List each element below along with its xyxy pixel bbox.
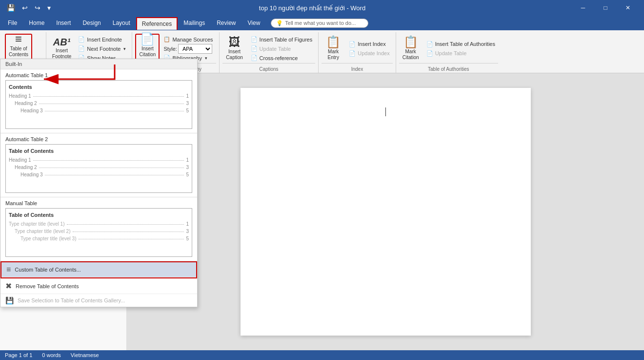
text-cursor: [385, 107, 386, 116]
menu-insert[interactable]: Insert: [50, 17, 77, 29]
insert-index-icon: 📄: [349, 41, 356, 47]
caption-icon: 🖼: [229, 36, 241, 48]
citation-icon: 📄: [140, 33, 155, 45]
menu-view[interactable]: View: [242, 17, 266, 29]
next-footnote-icon: 📄: [78, 45, 85, 52]
footnote-small-btns: 📄 Insert Endnote 📄 Next Footnote ▾ 📄 Sho…: [75, 34, 129, 63]
word-count: 0 words: [42, 352, 61, 358]
toc-icon: ≡: [15, 33, 22, 45]
captions-small-btns: 📄 Insert Table of Figures 📄 Update Table…: [248, 34, 316, 63]
style-select-input[interactable]: APA MLA Chicago: [178, 44, 212, 54]
toa-small-btns: 📄 Insert Table of Authorities 📄 Update T…: [423, 39, 498, 58]
index-small-btns: 📄 Insert Index 📄 Update Index: [346, 39, 392, 58]
save-icon[interactable]: 💾: [5, 3, 17, 13]
style-selector[interactable]: Style: APA MLA Chicago: [161, 44, 216, 53]
window-controls: ─ □ ✕: [572, 0, 639, 16]
footnote-icon: AB¹: [53, 37, 71, 47]
mark-entry-icon: 📋: [326, 36, 341, 48]
insert-endnote-icon: 📄: [78, 36, 85, 42]
captions-group-label: Captions: [222, 63, 316, 72]
toc-manual-title: Manual Table: [5, 200, 192, 206]
tell-me-placeholder: Tell me what you want to do...: [285, 20, 356, 26]
toa-items: 📋 MarkCitation 📄 Insert Table of Authori…: [399, 33, 498, 63]
mark-entry-button[interactable]: 📋 MarkEntry: [322, 34, 345, 63]
captions-items: 🖼 InsertCaption 📄 Insert Table of Figure…: [222, 33, 316, 63]
custom-toc-highlight: ≡ Custom Table of Contents...: [0, 261, 197, 278]
toc-auto1-title: Automatic Table 1: [5, 72, 192, 78]
cross-reference-button[interactable]: 📄 Cross-reference: [248, 54, 316, 63]
dropdown-section-header: Built-In: [0, 59, 197, 69]
toa-ribbon-group: 📋 MarkCitation 📄 Insert Table of Authori…: [397, 32, 501, 73]
toc-auto2-title: Automatic Table 2: [5, 136, 192, 142]
document-main: [127, 73, 644, 350]
manage-sources-button[interactable]: 📋 Manage Sources: [161, 35, 216, 44]
menu-home[interactable]: Home: [23, 17, 50, 29]
status-bar: Page 1 of 1 0 words Vietnamese: [0, 350, 644, 360]
window-title: top 10 người đẹp nhất thế giới - Word: [53, 4, 572, 12]
update-index-button[interactable]: 📄 Update Index: [346, 49, 392, 58]
insert-toa-icon: 📄: [426, 41, 433, 47]
page-info: Page 1 of 1: [5, 352, 32, 358]
update-table-toa-button[interactable]: 📄 Update Table: [423, 49, 498, 58]
index-ribbon-group: 📋 MarkEntry 📄 Insert Index 📄 Update Inde…: [320, 32, 396, 73]
toc-automatic-1-item[interactable]: Automatic Table 1 Contents Heading 11 He…: [0, 69, 197, 133]
next-footnote-button[interactable]: 📄 Next Footnote ▾: [75, 44, 129, 53]
lightbulb-icon: 💡: [276, 20, 283, 26]
toc-dropdown-panel: Built-In Automatic Table 1 Contents Head…: [0, 59, 198, 307]
insert-endnote-button[interactable]: 📄 Insert Endnote: [75, 35, 129, 44]
update-index-icon: 📄: [349, 50, 356, 57]
update-table-captions-button[interactable]: 📄 Update Table: [248, 44, 316, 53]
toc-manual-item[interactable]: Manual Table Table of Contents Type chap…: [0, 197, 197, 261]
remove-toc-button[interactable]: ✖ Remove Table of Contents: [0, 278, 197, 294]
custom-toc-icon: ≡: [6, 265, 11, 274]
menu-layout[interactable]: Layout: [107, 17, 136, 29]
remove-toc-icon: ✖: [5, 281, 12, 291]
citation-small-btns: 📋 Manage Sources Style: APA MLA Chicago …: [161, 34, 216, 63]
bibliography-arrow: ▾: [205, 56, 207, 61]
minimize-button[interactable]: ─: [572, 0, 594, 16]
mark-citation-icon: 📋: [403, 36, 418, 48]
insert-caption-button[interactable]: 🖼 InsertCaption: [222, 34, 247, 63]
insert-index-button[interactable]: 📄 Insert Index: [346, 40, 392, 48]
maximize-button[interactable]: □: [594, 0, 617, 16]
toc-manual-preview: Table of Contents Type chapter title (le…: [5, 208, 192, 257]
index-group-label: Index: [322, 63, 392, 72]
menu-mailings[interactable]: Mailings: [178, 17, 211, 29]
menu-design[interactable]: Design: [77, 17, 106, 29]
more-icon[interactable]: ▾: [45, 3, 53, 13]
index-items: 📋 MarkEntry 📄 Insert Index 📄 Update Inde…: [322, 33, 392, 63]
menu-review[interactable]: Review: [211, 17, 242, 29]
toc-auto2-preview: Table of Contents Heading 11 Heading 23 …: [5, 144, 192, 193]
menu-bar: File Home Insert Design Layout Reference…: [0, 16, 644, 30]
remove-toc-label: Remove Table of Contents: [16, 283, 79, 289]
redo-icon[interactable]: ↪: [33, 3, 42, 13]
document-page: [241, 88, 531, 336]
title-bar: 💾 ↩ ↪ ▾ top 10 người đẹp nhất thế giới -…: [0, 0, 644, 16]
undo-icon[interactable]: ↩: [20, 3, 30, 13]
tof-icon: 📄: [251, 36, 258, 42]
update-toa-icon: 📄: [426, 50, 433, 57]
menu-file[interactable]: File: [2, 17, 23, 29]
custom-toc-label: Custom Table of Contents...: [15, 267, 81, 273]
close-button[interactable]: ✕: [617, 0, 639, 16]
next-footnote-arrow: ▾: [123, 46, 126, 51]
toc-auto1-preview: Contents Heading 11 Heading 23 Heading 3…: [5, 80, 192, 129]
toa-group-label: Table of Authorities: [399, 63, 498, 72]
captions-ribbon-group: 🖼 InsertCaption 📄 Insert Table of Figure…: [221, 32, 319, 73]
insert-table-of-figures-button[interactable]: 📄 Insert Table of Figures: [248, 35, 316, 44]
tell-me-bar[interactable]: 💡 Tell me what you want to do...: [271, 19, 368, 28]
manage-sources-icon: 📋: [163, 36, 170, 42]
custom-toc-button[interactable]: ≡ Custom Table of Contents...: [1, 262, 196, 277]
save-selection-label: Save Selection to Table of Contents Gall…: [18, 297, 125, 303]
update-table-icon: 📄: [251, 45, 258, 52]
cross-ref-icon: 📄: [251, 55, 258, 61]
insert-toa-button[interactable]: 📄 Insert Table of Authorities: [423, 40, 498, 48]
save-selection-button: 💾 Save Selection to Table of Contents Ga…: [0, 294, 197, 307]
toc-automatic-2-item[interactable]: Automatic Table 2 Table of Contents Head…: [0, 133, 197, 197]
menu-references[interactable]: References: [136, 17, 178, 30]
quick-access-toolbar: 💾 ↩ ↪ ▾: [5, 3, 53, 13]
language: Vietnamese: [71, 352, 99, 358]
mark-citation-button[interactable]: 📋 MarkCitation: [399, 34, 423, 63]
save-selection-icon: 💾: [5, 296, 14, 304]
